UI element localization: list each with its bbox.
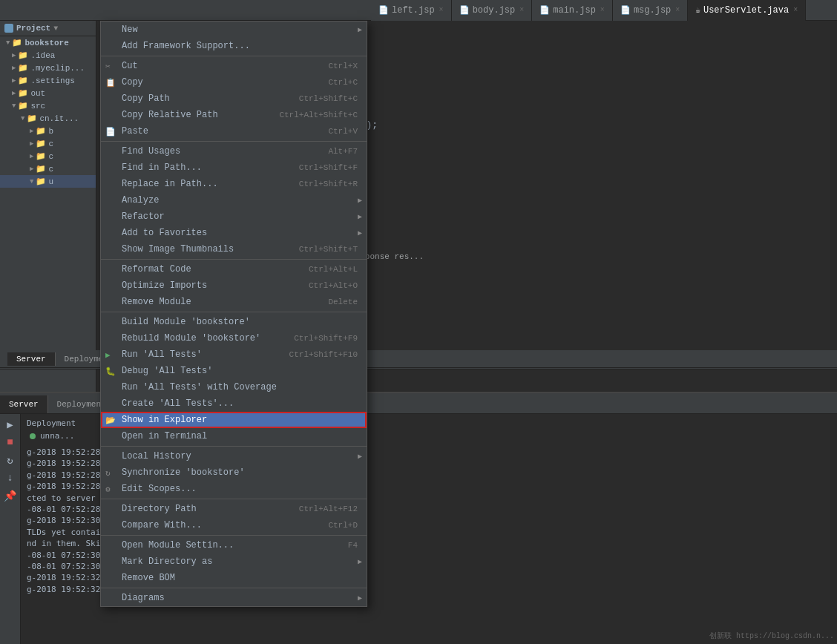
menu-item-open-terminal[interactable]: Open in Terminal bbox=[101, 428, 367, 444]
expand-arrow-src: ▼ bbox=[12, 102, 16, 110]
tab-main-jsp[interactable]: 📄 main.jsp × bbox=[532, 0, 613, 21]
menu-item-rebuild-module[interactable]: Rebuild Module 'bookstore' Ctrl+Shift+F9 bbox=[101, 330, 367, 346]
tab-body-jsp[interactable]: 📄 body.jsp × bbox=[452, 0, 533, 21]
menu-label-mark-directory: Mark Directory as bbox=[122, 556, 212, 567]
run-icon: ▶ bbox=[105, 350, 111, 360]
toolbar-btn-pin[interactable]: 📌 bbox=[3, 488, 18, 503]
submenu-arrow-refactor: ▶ bbox=[358, 212, 362, 221]
bottom-tab-server[interactable]: Server bbox=[0, 395, 48, 413]
remove-module-shortcut: Delete bbox=[313, 298, 358, 306]
tree-item-src[interactable]: ▼ 📁 src bbox=[0, 99, 96, 112]
tree-item-cn[interactable]: ▼ 📁 cn.it... bbox=[0, 112, 96, 125]
menu-sep-2 bbox=[101, 141, 367, 142]
tree-label-src: src bbox=[30, 102, 45, 111]
submenu-arrow-favorites: ▶ bbox=[358, 229, 362, 237]
menu-label-find-usages: Find Usages bbox=[122, 146, 180, 157]
jsp-icon: 📄 bbox=[378, 5, 389, 15]
menu-item-create-tests[interactable]: Create 'All Tests'... bbox=[101, 395, 367, 412]
menu-item-mark-directory[interactable]: Mark Directory as ▶ bbox=[101, 553, 367, 570]
menu-item-run-all-tests[interactable]: ▶ Run 'All Tests' Ctrl+Shift+F10 bbox=[101, 346, 367, 363]
tree-item-idea[interactable]: ▶ 📁 .idea bbox=[0, 49, 96, 62]
sync-icon: ↻ bbox=[105, 468, 111, 478]
tree-item-b[interactable]: ▶ 📁 b bbox=[0, 125, 96, 137]
menu-label-cut: Cut bbox=[122, 61, 138, 71]
menu-label-copy: Copy bbox=[122, 77, 143, 88]
tab-msg-jsp[interactable]: 📄 msg.jsp × bbox=[613, 0, 688, 21]
deploy-item-name: unna... bbox=[40, 431, 74, 441]
tree-label-settings: .settings bbox=[30, 76, 74, 85]
menu-label-run-tests: Run 'All Tests' bbox=[122, 349, 202, 360]
tree-item-u[interactable]: ▼ 📁 u bbox=[0, 175, 96, 188]
tree-item-settings[interactable]: ▶ 📁 .settings bbox=[0, 74, 96, 87]
menu-item-analyze[interactable]: Analyze ▶ bbox=[101, 192, 367, 208]
bottom-toolbar: ▶ ■ ↻ ↓ 📌 bbox=[0, 414, 21, 644]
menu-label-compare: Compare With... bbox=[122, 520, 202, 530]
menu-item-synchronize[interactable]: ↻ Synchronize 'bookstore' bbox=[101, 464, 367, 481]
menu-item-add-framework[interactable]: Add Framework Support... bbox=[101, 38, 367, 54]
tab-userservlet-java[interactable]: ☕ UserServlet.java × bbox=[688, 0, 806, 21]
copy-relative-shortcut: Ctrl+Alt+Shift+C bbox=[264, 111, 358, 119]
menu-item-diagrams[interactable]: Diagrams ▶ bbox=[101, 590, 367, 606]
menu-item-debug-tests[interactable]: 🐛 Debug 'All Tests' bbox=[101, 363, 367, 379]
optimize-shortcut: Ctrl+Alt+O bbox=[294, 281, 358, 290]
toolbar-btn-scroll[interactable]: ↓ bbox=[3, 470, 18, 485]
menu-item-show-thumbnails[interactable]: Show Image Thumbnails Ctrl+Shift+T bbox=[101, 241, 367, 257]
tab-close-4[interactable]: × bbox=[793, 6, 798, 14]
menu-item-copy-relative-path[interactable]: Copy Relative Path Ctrl+Alt+Shift+C bbox=[101, 107, 367, 123]
menu-item-paste[interactable]: 📄 Paste Ctrl+V bbox=[101, 123, 367, 139]
menu-item-reformat[interactable]: Reformat Code Ctrl+Alt+L bbox=[101, 261, 367, 277]
tab-close-3[interactable]: × bbox=[675, 6, 680, 14]
menu-item-local-history[interactable]: Local History ▶ bbox=[101, 448, 367, 464]
menu-item-optimize-imports[interactable]: Optimize Imports Ctrl+Alt+O bbox=[101, 277, 367, 294]
folder-icon-bookstore: 📁 bbox=[12, 38, 22, 47]
tree-item-c2[interactable]: ▶ 📁 c bbox=[0, 150, 96, 162]
menu-item-replace-in-path[interactable]: Replace in Path... Ctrl+Shift+R bbox=[101, 176, 367, 192]
sidebar-header: Project ▼ bbox=[0, 21, 96, 36]
expand-arrow-cn: ▼ bbox=[21, 115, 24, 122]
menu-item-build-module[interactable]: Build Module 'bookstore' bbox=[101, 314, 367, 330]
tree-label-cn: cn.it... bbox=[39, 114, 79, 123]
sidebar-menu-icon[interactable]: ▼ bbox=[53, 24, 58, 33]
menu-item-directory-path[interactable]: Directory Path Ctrl+Alt+F12 bbox=[101, 501, 367, 517]
tab-close-1[interactable]: × bbox=[519, 6, 524, 14]
menu-item-copy-path[interactable]: Copy Path Ctrl+Shift+C bbox=[101, 91, 367, 107]
server-tab-server[interactable]: Server bbox=[7, 352, 56, 366]
menu-item-refactor[interactable]: Refactor ▶ bbox=[101, 208, 367, 225]
menu-item-show-in-explorer[interactable]: 📂 Show in Explorer bbox=[101, 412, 367, 428]
compare-shortcut: Ctrl+D bbox=[313, 521, 358, 530]
tree-item-c3[interactable]: ▶ 📁 c bbox=[0, 162, 96, 175]
copy-shortcut: Ctrl+C bbox=[313, 78, 358, 87]
menu-item-add-favorites[interactable]: Add to Favorites ▶ bbox=[101, 225, 367, 241]
menu-item-new[interactable]: New ▶ bbox=[101, 22, 367, 38]
tree-label-u: u bbox=[48, 177, 53, 186]
module-settings-shortcut: F4 bbox=[333, 541, 358, 550]
tab-close-2[interactable]: × bbox=[600, 6, 605, 14]
menu-item-find-in-path[interactable]: Find in Path... Ctrl+Shift+F bbox=[101, 160, 367, 176]
menu-label-remove-bom: Remove BOM bbox=[122, 573, 175, 583]
tree-item-myeclip[interactable]: ▶ 📁 .myeclip... bbox=[0, 62, 96, 74]
toolbar-btn-rerun[interactable]: ▶ bbox=[3, 417, 18, 432]
toolbar-btn-stop[interactable]: ■ bbox=[3, 435, 18, 450]
tree-item-c1[interactable]: ▶ 📁 c bbox=[0, 137, 96, 150]
folder-icon-b: 📁 bbox=[36, 126, 46, 136]
tree-item-bookstore[interactable]: ▼ 📁 bookstore bbox=[0, 36, 96, 49]
menu-item-run-coverage[interactable]: Run 'All Tests' with Coverage bbox=[101, 379, 367, 395]
menu-item-remove-bom[interactable]: Remove BOM bbox=[101, 570, 367, 586]
menu-label-replace-in-path: Replace in Path... bbox=[122, 179, 218, 189]
jsp-icon-2: 📄 bbox=[459, 5, 470, 15]
tab-close-0[interactable]: × bbox=[439, 6, 444, 14]
tree-item-out[interactable]: ▶ 📁 out bbox=[0, 87, 96, 99]
menu-item-cut[interactable]: ✂ Cut Ctrl+X bbox=[101, 58, 367, 74]
folder-icon-idea: 📁 bbox=[18, 50, 28, 60]
submenu-arrow-mark: ▶ bbox=[358, 557, 362, 566]
tab-left-jsp[interactable]: 📄 left.jsp × bbox=[371, 0, 452, 21]
menu-item-module-settings[interactable]: Open Module Settin... F4 bbox=[101, 537, 367, 553]
menu-item-edit-scopes[interactable]: ⚙ Edit Scopes... bbox=[101, 481, 367, 497]
menu-item-compare-with[interactable]: Compare With... Ctrl+D bbox=[101, 517, 367, 533]
explorer-icon: 📂 bbox=[105, 415, 116, 425]
menu-item-copy[interactable]: 📋 Copy Ctrl+C bbox=[101, 74, 367, 91]
menu-item-remove-module[interactable]: Remove Module Delete bbox=[101, 294, 367, 310]
toolbar-btn-refresh[interactable]: ↻ bbox=[3, 453, 18, 467]
tab-bar: 📄 left.jsp × 📄 body.jsp × 📄 main.jsp × 📄… bbox=[0, 0, 837, 21]
menu-item-find-usages[interactable]: Find Usages Alt+F7 bbox=[101, 143, 367, 160]
